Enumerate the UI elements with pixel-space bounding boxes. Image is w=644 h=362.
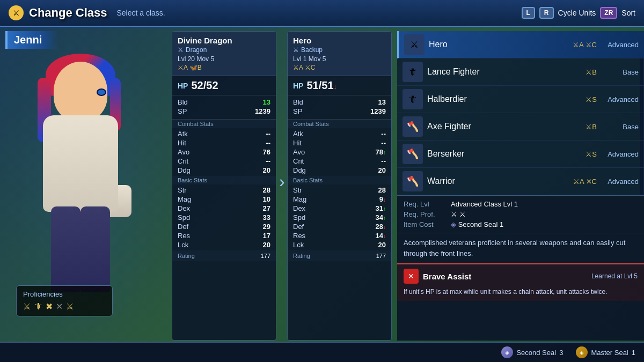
prof-axe-icon: ✖: [46, 301, 53, 312]
character-name: Jenni: [14, 34, 42, 46]
new-lvl-label: Lvl: [293, 55, 301, 63]
skill-header: ✕ Brave Assist Learned at Lvl 5: [404, 269, 638, 284]
new-atk: Atk--: [293, 129, 386, 138]
current-prof-a: ⚔A: [178, 64, 187, 71]
class-axe-fighter-name: Axe Fighter: [427, 122, 560, 131]
current-str: Str28: [178, 186, 270, 195]
char-leg-right: [80, 206, 110, 292]
new-sp-val: 1239: [370, 107, 386, 115]
current-sp-val: 1239: [255, 107, 270, 115]
current-class-name: Divine Dragon: [178, 36, 270, 45]
current-rating-label: Rating: [178, 253, 195, 259]
new-crit: Crit--: [293, 157, 386, 166]
new-class-type: ⚔ Backup: [293, 46, 386, 54]
skill-icon: ✕: [404, 269, 419, 284]
new-basic-label: Basic Stats: [288, 176, 391, 184]
current-combat-stats: Atk-- Hit-- Avo76 Crit-- Ddg20: [172, 128, 276, 176]
req-prof-val: ⚔ ⚔: [451, 210, 466, 218]
current-type-icon: ⚔: [178, 46, 184, 54]
current-bld-val: 13: [263, 98, 270, 106]
new-sp-label: SP: [293, 107, 302, 115]
new-basic-stats: Str28 Mag9↓ Dex31↑ Spd34↑ Def28↓ Res14↓ …: [288, 184, 391, 250]
r-button[interactable]: R: [539, 7, 554, 19]
new-bld-val: 13: [378, 98, 386, 106]
l-button[interactable]: L: [522, 7, 535, 19]
current-avo: Avo76: [178, 147, 270, 157]
class-hero-prof: ⚔A ⚔C: [565, 41, 597, 49]
new-mov-val: 5: [323, 55, 326, 63]
class-item-halberdier[interactable]: 🗡 Halberdier ⚔S Advanced: [397, 86, 644, 113]
bottom-bar: ◈ Second Seal 3 ◈ Master Seal 1: [0, 342, 644, 362]
page-title: Change Class: [29, 6, 107, 20]
char-eye-left: [97, 88, 106, 96]
class-berserker-name: Berserker: [427, 149, 560, 159]
master-seal-count: 1: [632, 349, 635, 357]
current-def: Def29: [178, 222, 270, 231]
current-basic-label: Basic Stats: [172, 176, 276, 184]
sort-label: Sort: [621, 9, 635, 17]
item-cost-text: Second Seal 1: [458, 220, 504, 228]
current-bld-sp: Bld 13 SP 1239: [172, 95, 276, 120]
proficiencies-box: Proficiencies ⚔ 🗡 ✖ ✕ ⚔: [16, 285, 113, 316]
new-hp-row: HP 51/51↓: [288, 76, 391, 95]
current-crit: Crit--: [178, 157, 270, 166]
portrait-area: Proficiencies ⚔ 🗡 ✖ ✕ ⚔: [5, 29, 172, 341]
class-berserker-prof: ⚔S: [565, 150, 597, 158]
second-seal-count: 3: [559, 349, 563, 357]
current-class-meta: Lvl 20 Mov 5: [178, 55, 270, 63]
info-panel: Req. Lvl Advanced Class Lvl 1 Req. Prof.…: [397, 195, 644, 341]
current-mov-val: 5: [210, 55, 214, 63]
page-subtitle: Select a class.: [117, 9, 165, 17]
class-item-axe-fighter[interactable]: 🪓 Axe Fighter ⚔B Base: [397, 113, 644, 141]
prof-sword-icon: ⚔: [23, 301, 31, 312]
zr-button[interactable]: ZR: [600, 7, 617, 19]
current-mov-label: Mov: [196, 55, 210, 63]
character-figure: [16, 62, 145, 308]
second-seal-label: Second Seal: [516, 349, 556, 357]
master-seal-label: Master Seal: [591, 349, 628, 357]
new-rating-val: 177: [376, 253, 386, 259]
title-area: ⚔ Change Class Select a class.: [9, 5, 165, 20]
class-lance-icon: 🗡: [402, 62, 423, 82]
title-icon: ⚔: [9, 5, 24, 20]
current-lck: Lck20: [178, 240, 270, 249]
proficiency-label: Proficiencies: [23, 290, 106, 298]
second-seal-icon: ◈: [501, 346, 513, 358]
current-hp-row: HP 52/52: [172, 76, 276, 95]
current-lvl-val: 20: [188, 55, 195, 63]
new-lck: Lck20: [293, 240, 386, 249]
new-hp-value: 51/51↓: [306, 79, 337, 92]
new-avo: Avo78↑: [293, 147, 386, 157]
current-hp-label: HP: [178, 82, 188, 90]
class-hero-icon: ⚔: [404, 34, 425, 55]
current-atk: Atk--: [178, 129, 270, 138]
current-class-header: Divine Dragon ⚔ Dragon Lvl 20 Mov 5 ⚔A 🦋…: [172, 32, 276, 76]
skill-section: ✕ Brave Assist Learned at Lvl 5 If unit'…: [397, 263, 644, 301]
prof-lance-icon: 🗡: [34, 301, 42, 312]
current-res: Res17: [178, 231, 270, 240]
class-item-berserker[interactable]: 🪓 Berserker ⚔S Advanced: [397, 141, 644, 168]
current-hp-value: 52/52: [191, 79, 218, 92]
new-lvl-val: 1: [303, 55, 307, 63]
current-rating-row: Rating 177: [172, 250, 276, 261]
character-name-banner: Jenni: [5, 31, 58, 49]
proficiency-icons: ⚔ 🗡 ✖ ✕ ⚔: [23, 301, 106, 312]
class-item-warrior[interactable]: 🪓 Warrior ⚔A ✕C Advanced: [397, 168, 644, 195]
class-lance-prof: ⚔B: [565, 68, 597, 76]
item-cost-val: ◈ Second Seal 1: [451, 220, 503, 228]
class-halberdier-icon: 🗡: [402, 89, 423, 109]
new-hp-label: HP: [293, 82, 303, 90]
new-prof-c: ⚔C: [305, 64, 316, 71]
char-head: [54, 62, 107, 121]
char-body: [43, 115, 118, 212]
top-bar: ⚔ Change Class Select a class. L R Cycle…: [0, 0, 644, 27]
new-ddg: Ddg20: [293, 166, 386, 175]
class-item-hero[interactable]: ⚔ Hero ⚔A ⚔C Advanced: [397, 31, 644, 58]
class-list-wrapper: ⚔ Hero ⚔A ⚔C Advanced 🗡 Lance Fighter ⚔B…: [397, 31, 644, 195]
prof-cross-icon: ✕: [56, 301, 63, 312]
req-lvl-row: Req. Lvl Advanced Class Lvl 1: [404, 199, 638, 209]
req-prof-label: Req. Prof.: [404, 210, 447, 218]
class-lance-rank: Base: [601, 68, 639, 76]
class-hero-name: Hero: [429, 40, 560, 49]
class-item-lance-fighter[interactable]: 🗡 Lance Fighter ⚔B Base: [397, 58, 644, 86]
